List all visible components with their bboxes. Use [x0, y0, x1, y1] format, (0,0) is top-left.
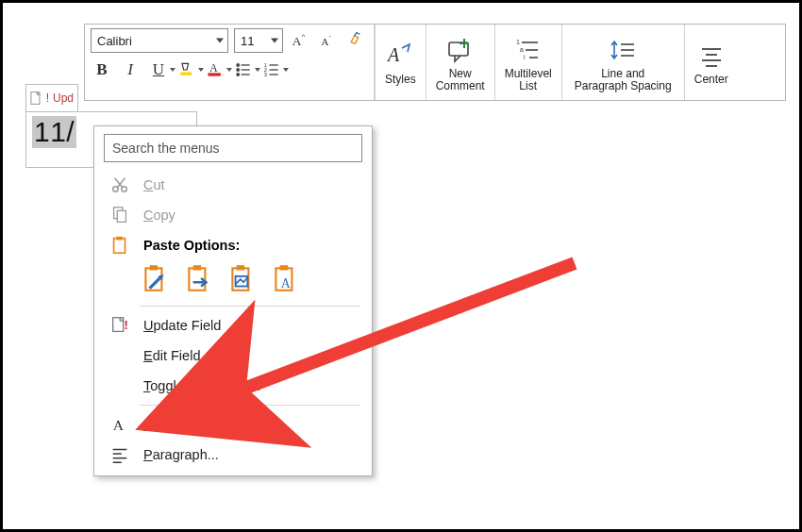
styles-group[interactable]: A Styles — [375, 25, 426, 100]
format-painter-icon[interactable] — [345, 29, 368, 52]
bold-button[interactable]: B — [91, 58, 113, 81]
blank-icon — [109, 375, 130, 396]
font-a-icon: A — [109, 414, 130, 435]
increase-font-icon[interactable]: A^ — [289, 29, 311, 52]
menu-item-label: Paste Options: — [143, 238, 240, 253]
menu-item-font[interactable]: A Font... — [94, 409, 372, 440]
paste-options-row: A — [94, 260, 372, 302]
new-comment-icon — [445, 34, 476, 66]
svg-rect-48 — [237, 265, 245, 270]
menu-search-placeholder: Search the menus — [112, 141, 220, 156]
styles-icon: A — [385, 40, 415, 72]
svg-rect-6 — [209, 73, 221, 75]
selected-date-field[interactable]: 11/ — [32, 116, 76, 148]
svg-text:3: 3 — [264, 72, 267, 77]
font-size-value: 11 — [241, 34, 254, 48]
svg-rect-46 — [193, 265, 202, 270]
svg-text:A: A — [209, 62, 218, 75]
menu-item-update-field[interactable]: ! Update Field — [94, 310, 372, 341]
menu-separator — [140, 405, 360, 406]
font-group: Calibri 11 A^ Aˇ B I — [85, 25, 375, 100]
screenshot-frame: Calibri 11 A^ Aˇ B I — [0, 0, 802, 532]
document-tab[interactable]: ! Upd — [25, 84, 78, 112]
font-name-value: Calibri — [97, 34, 132, 48]
svg-text:A: A — [113, 417, 125, 433]
context-menu: Search the menus Cut Copy Paste Options: — [93, 125, 373, 476]
page-refresh-icon: ! — [109, 315, 130, 336]
scissors-icon — [109, 175, 130, 195]
new-comment-group[interactable]: New Comment — [426, 25, 494, 100]
font-size-select[interactable]: 11 — [234, 28, 283, 53]
menu-separator — [140, 306, 360, 307]
menu-item-label: Cut — [143, 177, 165, 192]
svg-text:A: A — [322, 36, 329, 47]
clipboard-icon — [109, 235, 130, 256]
svg-text:!: ! — [125, 318, 128, 332]
multilevel-list-icon: 1ai — [513, 34, 543, 66]
svg-point-11 — [237, 74, 240, 76]
svg-text:1: 1 — [516, 39, 520, 45]
svg-text:A: A — [292, 34, 302, 48]
svg-text:A: A — [386, 44, 400, 65]
multilevel-list-group[interactable]: 1ai Multilevel List — [494, 25, 561, 100]
menu-item-cut: Cut — [94, 170, 372, 200]
document-tab-label: Upd — [53, 91, 74, 105]
paragraph-lines-icon — [109, 444, 130, 465]
menu-item-toggle-field-codes[interactable]: Toggle Field Codes — [94, 371, 372, 401]
svg-text:i: i — [524, 54, 526, 60]
center-align-icon — [696, 40, 727, 72]
font-name-select[interactable]: Calibri — [91, 28, 228, 53]
paste-text-only-icon[interactable]: A — [270, 262, 302, 294]
menu-search-input[interactable]: Search the menus — [104, 134, 362, 162]
svg-text:a: a — [520, 46, 524, 53]
numbering-button[interactable]: 123 — [260, 58, 283, 81]
svg-rect-51 — [280, 265, 289, 270]
menu-heading-paste: Paste Options: — [94, 230, 372, 260]
blank-icon — [109, 345, 130, 366]
line-spacing-group[interactable]: Line and Paragraph Spacing — [561, 25, 684, 100]
menu-item-edit-field[interactable]: Edit Field... — [94, 341, 372, 371]
line-spacing-label: Line and Paragraph Spacing — [575, 68, 672, 92]
menu-item-label: Copy — [143, 208, 175, 223]
styles-label: Styles — [385, 74, 416, 86]
exclaim-icon: ! — [46, 91, 49, 105]
underline-button[interactable]: U — [147, 58, 170, 81]
svg-text:ˇ: ˇ — [329, 35, 332, 42]
paste-keep-source-icon[interactable] — [140, 262, 172, 294]
menu-item-label: Edit Field... — [143, 348, 212, 363]
decrease-font-icon[interactable]: Aˇ — [317, 29, 340, 52]
new-comment-label: New Comment — [436, 68, 485, 92]
copy-icon — [109, 205, 130, 225]
menu-item-label: Update Field — [143, 318, 221, 333]
svg-rect-42 — [116, 237, 122, 241]
menu-item-label: Toggle Field Codes — [143, 378, 260, 393]
svg-rect-4 — [180, 73, 192, 75]
multilevel-list-label: Multilevel List — [505, 68, 552, 92]
menu-item-label: Font... — [143, 417, 182, 432]
italic-button[interactable]: I — [119, 58, 142, 81]
center-label: Center — [694, 74, 728, 86]
svg-rect-44 — [150, 265, 159, 270]
line-spacing-icon — [608, 34, 638, 66]
highlight-color-button[interactable] — [175, 58, 198, 81]
svg-rect-40 — [117, 210, 125, 222]
svg-rect-41 — [114, 239, 125, 254]
menu-item-label: Paragraph... — [143, 447, 219, 462]
svg-text:^: ^ — [302, 32, 306, 41]
menu-item-paragraph[interactable]: Paragraph... — [94, 440, 372, 470]
svg-point-7 — [237, 64, 240, 67]
bullets-button[interactable] — [232, 58, 255, 81]
svg-text:A: A — [281, 276, 291, 291]
page-icon — [30, 91, 42, 106]
chevron-down-icon — [271, 39, 278, 43]
formatting-ribbon: Calibri 11 A^ Aˇ B I — [84, 24, 786, 101]
font-color-button[interactable]: A — [204, 58, 226, 81]
paste-picture-icon[interactable] — [226, 262, 259, 294]
center-group[interactable]: Center — [684, 25, 738, 100]
chevron-down-icon — [216, 39, 224, 43]
menu-item-copy: Copy — [94, 200, 372, 230]
paste-merge-icon[interactable] — [183, 262, 215, 294]
svg-point-9 — [237, 69, 240, 72]
